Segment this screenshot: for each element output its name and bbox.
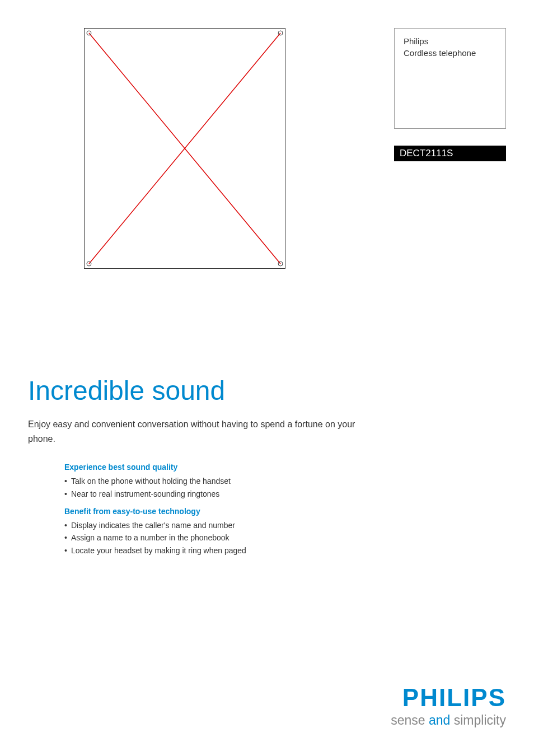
svg-point-4 [87, 262, 91, 266]
list-item: Locate your headset by making it ring wh… [64, 544, 506, 557]
list-item: Near to real instrument-sounding rington… [64, 488, 506, 500]
footer-logo: PHILIPS sense and simplicity [391, 684, 506, 728]
product-image-placeholder [84, 28, 285, 269]
feature-list: Display indicates the caller's name and … [64, 519, 506, 557]
list-item: Assign a name to a number in the phonebo… [64, 531, 506, 544]
tagline-part: simplicity [450, 713, 506, 727]
feature-section: Benefit from easy-to-use technology Disp… [64, 507, 506, 557]
philips-wordmark: PHILIPS [391, 684, 506, 712]
model-number-box: DECT2111S [394, 146, 506, 161]
svg-point-5 [278, 262, 283, 266]
brand-label: Philips [404, 35, 496, 47]
list-item: Display indicates the caller's name and … [64, 519, 506, 531]
feature-section: Experience best sound quality Talk on th… [64, 463, 506, 500]
tagline-part: sense [391, 713, 429, 727]
tagline: sense and simplicity [391, 713, 506, 728]
model-number: DECT2111S [400, 148, 453, 158]
main-description: Enjoy easy and convenient conversation w… [28, 417, 375, 446]
product-info-box: Philips Cordless telephone [394, 28, 506, 129]
main-heading: Incredible sound [28, 375, 506, 406]
feature-heading: Benefit from easy-to-use technology [64, 507, 506, 516]
product-type-label: Cordless telephone [404, 47, 496, 59]
tagline-and: and [429, 713, 450, 727]
feature-heading: Experience best sound quality [64, 463, 506, 472]
feature-list: Talk on the phone without holding the ha… [64, 475, 506, 500]
list-item: Talk on the phone without holding the ha… [64, 475, 506, 487]
features-block: Experience best sound quality Talk on th… [64, 463, 506, 557]
